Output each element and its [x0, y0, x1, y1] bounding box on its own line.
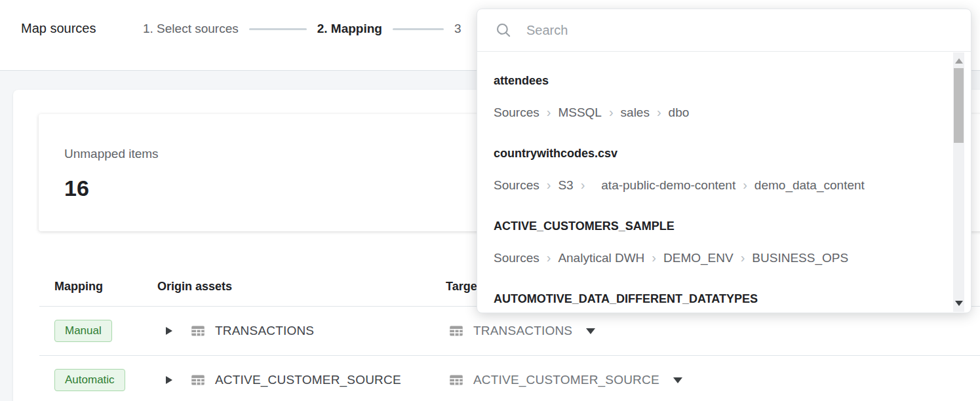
column-header-origin-assets: Origin assets [157, 280, 446, 294]
asset-breadcrumb: Sources MSSQL sales dbo [494, 105, 931, 120]
table-row: Manual TRANSACTIONS [39, 307, 980, 356]
scrollbar-thumb[interactable] [954, 68, 964, 143]
chevron-right-icon [581, 178, 585, 193]
table-row: Automatic ACTIVE_CUSTOMER_SOURCE [39, 356, 980, 401]
scroll-down-icon[interactable] [955, 301, 963, 306]
search-input[interactable] [526, 23, 945, 38]
chevron-right-icon [743, 178, 747, 193]
table-asset-icon [448, 372, 465, 389]
scroll-up-icon[interactable] [955, 58, 963, 64]
chevron-right-icon [547, 250, 551, 265]
asset-name: ACTIVE_CUSTOMERS_SAMPLE [494, 219, 931, 233]
step-select-sources[interactable]: 1. Select sources [143, 22, 239, 36]
asset-name: attendees [494, 73, 931, 88]
table-asset-icon [189, 372, 206, 389]
target-asset-select[interactable]: ACTIVE_CUSTOMER_SOURCE [446, 372, 980, 389]
chevron-down-icon[interactable] [673, 377, 682, 383]
search-result-item[interactable]: attendees Sources MSSQL sales dbo [494, 73, 931, 120]
origin-asset-name: ACTIVE_CUSTOMER_SOURCE [215, 373, 401, 387]
chevron-right-icon [609, 105, 614, 120]
step-mapping[interactable]: 2. Mapping [317, 22, 382, 36]
search-bar [477, 9, 971, 52]
mapping-type-badge: Manual [54, 320, 112, 342]
page-title: Map sources [21, 21, 96, 36]
wizard-stepper: 1. Select sources 2. Mapping 3 [143, 22, 461, 36]
target-asset-select[interactable]: TRANSACTIONS [446, 322, 980, 339]
target-asset-name: TRANSACTIONS [473, 324, 572, 338]
chevron-right-icon [657, 105, 661, 120]
asset-breadcrumb: Sources Analytical DWH DEMO_ENV BUSINESS… [494, 250, 931, 265]
asset-search-dropdown: attendees Sources MSSQL sales dbo countr… [477, 9, 971, 313]
target-asset-name: ACTIVE_CUSTOMER_SOURCE [473, 373, 659, 387]
chevron-down-icon[interactable] [586, 328, 595, 334]
search-result-item[interactable]: countrywithcodes.csv Sources S3 ata-publ… [494, 146, 931, 193]
asset-name: AUTOMOTIVE_DATA_DIFFERENT_DATATYPES [494, 292, 931, 306]
asset-breadcrumb: Sources S3 ata-public-demo-content demo_… [494, 178, 931, 193]
search-results-list: attendees Sources MSSQL sales dbo countr… [477, 52, 971, 306]
step-connector [393, 28, 444, 30]
asset-name: countrywithcodes.csv [494, 146, 931, 161]
expand-row-icon[interactable] [166, 376, 172, 384]
search-icon [495, 22, 512, 39]
mapping-type-badge: Automatic [54, 369, 125, 391]
chevron-right-icon [741, 250, 745, 265]
expand-row-icon[interactable] [166, 327, 172, 335]
chevron-right-icon [547, 178, 551, 193]
step-connector [249, 28, 307, 30]
origin-asset-name: TRANSACTIONS [215, 324, 314, 338]
search-result-item[interactable]: ACTIVE_CUSTOMERS_SAMPLE Sources Analytic… [494, 219, 931, 265]
table-asset-icon [189, 322, 206, 339]
dropdown-scrollbar[interactable] [953, 52, 964, 312]
search-result-item[interactable]: AUTOMOTIVE_DATA_DIFFERENT_DATATYPES [494, 292, 931, 306]
chevron-right-icon [547, 105, 551, 120]
column-header-mapping: Mapping [39, 280, 157, 294]
step-3-partial[interactable]: 3 [454, 22, 461, 36]
chevron-right-icon [652, 250, 656, 265]
table-asset-icon [448, 322, 465, 339]
